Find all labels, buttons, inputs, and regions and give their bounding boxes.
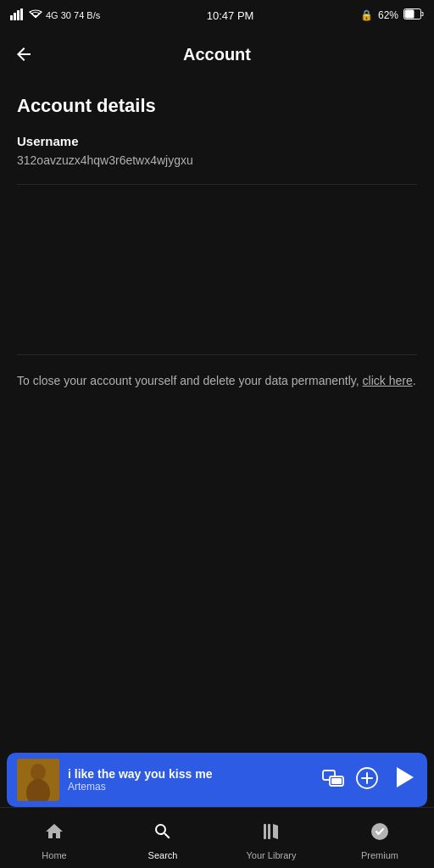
nav-item-library[interactable]: Your Library	[217, 816, 326, 860]
track-artist: Artemas	[68, 781, 314, 793]
nav-bar: Account	[0, 31, 434, 78]
svg-rect-12	[331, 778, 342, 784]
status-bar: 4G 30 74 B/s 10:47 PM 🔒 62%	[0, 0, 434, 31]
username-field: Username 312oavzuzx4hqw3r6etwx4wjygxu	[17, 134, 417, 167]
album-art	[17, 759, 59, 801]
signal-icon	[10, 8, 25, 23]
svg-rect-15	[264, 824, 266, 839]
svg-rect-1	[14, 13, 16, 20]
search-icon	[153, 821, 173, 847]
nav-item-home[interactable]: Home	[0, 816, 108, 860]
battery-percentage: 62%	[378, 9, 398, 21]
svg-rect-3	[20, 8, 23, 20]
nav-item-premium[interactable]: Premium	[326, 816, 434, 860]
svg-rect-0	[10, 15, 13, 20]
battery-icon	[403, 8, 424, 22]
svg-marker-14	[397, 767, 414, 787]
status-right: 🔒 62%	[360, 8, 424, 22]
status-time: 10:47 PM	[207, 9, 254, 22]
connect-device-icon[interactable]	[322, 770, 344, 791]
search-label: Search	[148, 850, 178, 860]
close-account-period: .	[413, 374, 416, 387]
content-area: Account details Username 312oavzuzx4hqw3…	[0, 78, 434, 407]
username-value: 312oavzuzx4hqw3r6etwx4wjygxu	[17, 153, 417, 167]
status-left: 4G 30 74 B/s	[10, 8, 100, 23]
wifi-icon	[29, 9, 42, 22]
library-label: Your Library	[247, 850, 297, 860]
now-playing-bar[interactable]: i like the way you kiss me Artemas	[7, 753, 427, 807]
spacer-middle	[17, 202, 417, 337]
click-here-link[interactable]: click here	[363, 374, 413, 387]
add-to-library-icon[interactable]	[356, 767, 378, 793]
svg-rect-9	[17, 759, 59, 801]
play-button[interactable]	[390, 764, 417, 797]
divider-bottom	[17, 354, 417, 355]
svg-rect-16	[268, 824, 270, 839]
track-title: i like the way you kiss me	[68, 767, 314, 781]
premium-label: Premium	[361, 850, 398, 860]
data-speed: 4G 30 74 B/s	[46, 10, 100, 20]
nav-item-search[interactable]: Search	[108, 816, 217, 860]
player-controls	[322, 764, 417, 797]
track-info: i like the way you kiss me Artemas	[68, 767, 314, 793]
svg-rect-2	[17, 10, 19, 20]
premium-icon	[370, 821, 390, 847]
bottom-nav: Home Search Your Library Premium	[0, 807, 434, 868]
back-button[interactable]	[14, 44, 34, 64]
close-account-text: To close your account yourself and delet…	[17, 374, 359, 387]
username-label: Username	[17, 134, 417, 148]
home-label: Home	[42, 850, 66, 860]
library-icon	[261, 821, 281, 847]
divider-top	[17, 184, 417, 185]
lock-icon: 🔒	[360, 9, 373, 21]
page-title: Account	[183, 45, 251, 64]
svg-rect-5	[405, 10, 415, 19]
home-icon	[44, 821, 64, 847]
close-account-section: To close your account yourself and delet…	[17, 372, 417, 407]
section-title: Account details	[17, 95, 417, 117]
